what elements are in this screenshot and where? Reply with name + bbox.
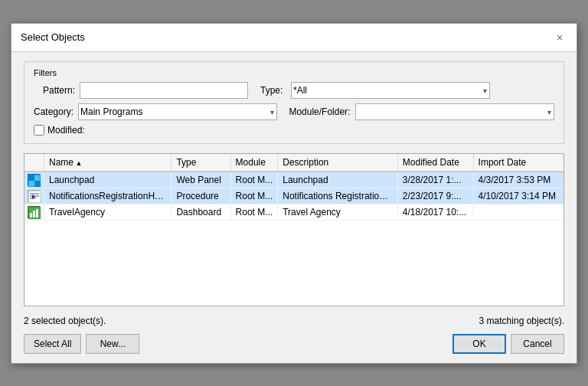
cancel-button[interactable]: Cancel [511, 334, 564, 354]
title-bar: Select Objects × [11, 24, 577, 52]
row-import_date: 4/3/2017 3:53 PM [473, 172, 564, 188]
filters-group: Filters Pattern: Type: *All Web Panel Pr… [24, 61, 564, 144]
row-modified_date: 4/18/2017 10:... [397, 204, 473, 220]
filter-row-category: Category: Main Programs All Module/Folde… [34, 103, 554, 120]
svg-rect-10 [30, 213, 32, 218]
row-name: TravelAgency [44, 204, 171, 220]
row-module: Root M... [230, 188, 278, 204]
type-select[interactable]: *All Web Panel Procedure Dashboard [291, 82, 490, 99]
row-name: Launchpad [44, 172, 171, 188]
category-select[interactable]: Main Programs All [78, 103, 277, 120]
col-description[interactable]: Description [278, 154, 398, 172]
row-icon-cell [24, 172, 44, 188]
pattern-label: Pattern: [34, 85, 80, 96]
svg-rect-12 [36, 209, 38, 218]
col-module[interactable]: Module [230, 154, 278, 172]
webpanel-icon [28, 174, 40, 186]
select-all-button[interactable]: Select All [24, 334, 81, 354]
matching-count: 3 matching object(s). [479, 316, 564, 326]
row-icon-cell [24, 204, 44, 220]
row-name: NotificationsRegistrationHan... [44, 188, 171, 204]
type-label: Type: [260, 85, 291, 96]
module-label: Module/Folder: [289, 106, 355, 117]
col-import-date[interactable]: Import Date [473, 154, 564, 172]
row-module: Root M... [230, 172, 278, 188]
row-description: Launchpad [278, 172, 398, 188]
row-icon-cell [24, 188, 44, 204]
module-select-wrapper: Root Module [355, 103, 554, 120]
col-type[interactable]: Type [172, 154, 230, 172]
selected-count: 2 selected object(s). [24, 316, 106, 326]
row-modified_date: 3/28/2017 1:... [397, 172, 473, 188]
row-module: Root M... [230, 204, 278, 220]
dialog-title: Select Objects [21, 31, 85, 43]
category-label: Category: [34, 106, 78, 117]
button-group-left: Select All New... [24, 334, 139, 354]
dialog-body: Filters Pattern: Type: *All Web Panel Pr… [11, 52, 577, 363]
row-description: Notifications Registration H... [278, 188, 398, 204]
table-row[interactable]: NotificationsRegistrationHan...Procedure… [24, 188, 564, 204]
filter-row-pattern: Pattern: Type: *All Web Panel Procedure … [34, 82, 554, 99]
objects-table-container: Name Type Module Description Modified Da… [24, 153, 564, 306]
dashboard-icon [28, 206, 40, 218]
pattern-input[interactable] [80, 82, 248, 99]
col-modified-date[interactable]: Modified Date [397, 154, 473, 172]
row-import_date [473, 204, 564, 220]
category-select-wrapper: Main Programs All [78, 103, 277, 120]
table-row[interactable]: TravelAgencyDashboardRoot M...Travel Age… [24, 204, 564, 220]
procedure-icon [28, 190, 40, 202]
new-button[interactable]: New... [86, 334, 139, 354]
select-objects-dialog: Select Objects × Filters Pattern: Type: … [11, 23, 577, 364]
col-name[interactable]: Name [44, 154, 171, 172]
module-select[interactable]: Root Module [355, 103, 554, 120]
ok-button[interactable]: OK [452, 334, 506, 354]
modified-checkbox[interactable] [34, 125, 44, 136]
row-type: Dashboard [172, 204, 230, 220]
row-modified_date: 2/23/2017 9:... [397, 188, 473, 204]
row-import_date: 4/10/2017 3:14 PM [473, 188, 564, 204]
row-type: Procedure [172, 188, 230, 204]
button-group-right: OK Cancel [452, 334, 564, 354]
svg-rect-1 [28, 175, 34, 181]
bottom-section: 2 selected object(s). 3 matching object(… [24, 312, 564, 331]
table-header-row: Name Type Module Description Modified Da… [24, 154, 564, 172]
objects-table: Name Type Module Description Modified Da… [24, 154, 564, 221]
row-description: Travel Agency [278, 204, 398, 220]
type-select-wrapper: *All Web Panel Procedure Dashboard [291, 82, 490, 99]
button-row: Select All New... OK Cancel [24, 334, 564, 354]
filters-legend: Filters [34, 68, 554, 77]
col-icon[interactable] [24, 154, 44, 172]
row-type: Web Panel [172, 172, 230, 188]
modified-row: Modified: [34, 125, 554, 136]
svg-rect-2 [34, 181, 41, 187]
modified-label: Modified: [47, 125, 85, 136]
svg-rect-11 [33, 211, 35, 218]
close-button[interactable]: × [552, 30, 567, 45]
table-row[interactable]: LaunchpadWeb PanelRoot M...Launchpad3/28… [24, 172, 564, 188]
